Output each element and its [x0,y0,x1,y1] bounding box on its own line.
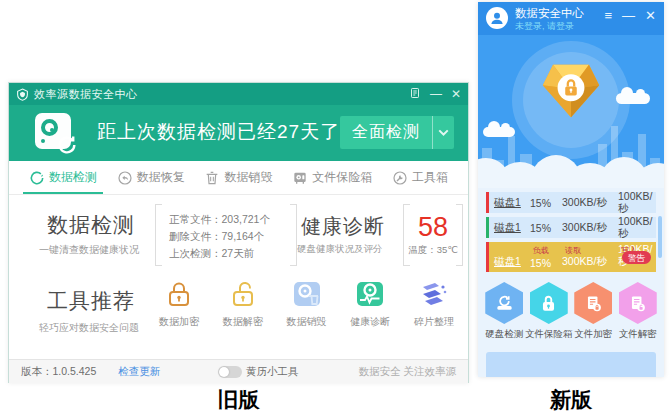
disk-name: 磁盘1 [494,255,530,269]
check-update-link[interactable]: 检查更新 [118,365,160,379]
tools-section-subtitle: 轻巧应对数据安全问题 [39,321,139,335]
old-version-window: 效率源数据安全中心 — ✕ 距上次数据检测已经27天了 全面 [8,82,469,383]
tab-label: 文件保险箱 [312,169,372,186]
full-scan-button[interactable]: 全面检测 [340,116,454,149]
disk-load: 15% [530,222,562,234]
scrollbar-thumb[interactable] [658,216,662,258]
app-shield-icon [16,88,29,101]
disk-refresh-icon [485,282,523,324]
new-window-title: 数据安全中心 [515,6,584,21]
tab-data-recover[interactable]: 数据恢复 [113,161,189,194]
cloud-band [478,148,664,188]
undo-circle-icon [117,170,133,186]
health-score-value: 58 [418,213,448,241]
tool-label: 文件保险箱 [525,328,573,341]
tab-data-destroy[interactable]: 数据销毁 [200,161,276,194]
tool-data-destroy[interactable]: 数据销毁 [287,279,327,329]
new-titlebar: 数据安全中心 未登录, 请登录 ≡ — ✕ [478,2,664,35]
disk-row[interactable]: 磁盘1 15% 300KB/秒 100KB/秒 [486,217,656,238]
tool-label: 数据解密 [223,315,263,329]
disk-scan-icon [35,113,75,153]
detection-section-title: 数据检测 [47,211,135,239]
disk-read-speed: 300KB/秒 [562,255,618,269]
tool-health-check[interactable]: 健康诊断 [350,279,390,329]
new-tools-row: 硬盘检测 文件保险箱 文件加密 文件解密 [478,282,664,341]
defrag-icon [419,279,449,309]
new-version-window: 数据安全中心 未登录, 请登录 ≡ — ✕ [478,2,664,377]
lock-icon [530,282,568,324]
trash-icon [204,170,220,186]
tab-file-safe[interactable]: 文件保险箱 [288,161,376,194]
old-titlebar: 效率源数据安全中心 — ✕ [9,83,468,105]
document-unlock-icon [619,282,657,324]
scan-circle-icon [29,170,45,186]
health-section-title: 健康诊断 [301,213,385,240]
close-icon[interactable]: ✕ [645,9,656,23]
lock-closed-icon [164,279,194,309]
wrench-circle-icon [392,170,408,186]
document-lock-icon [574,282,612,324]
stat-last-scan: 上次检测：27天前 [169,245,283,262]
tab-toolbox[interactable]: 工具箱 [388,161,452,194]
tool-label: 文件加密 [574,328,612,341]
disk-name: 磁盘1 [494,221,530,235]
disk-trash-icon [292,279,322,309]
disk-row-warning[interactable]: 负载 读取 写入 磁盘1 15% 300KB/秒 100KB/秒 警告 [486,242,656,272]
disk-read-speed: 300KB/秒 [562,196,618,210]
read-column-label: 读取 [565,245,621,256]
login-status-link[interactable]: 未登录, 请登录 [515,20,574,33]
disk-name: 磁盘1 [494,196,530,210]
tool-label: 碎片整理 [414,315,454,329]
tool-label: 健康诊断 [350,315,390,329]
close-icon[interactable]: ✕ [451,88,461,100]
caption-new-version: 新版 [478,386,664,412]
footer-slogan: 数据安全 关注效率源 [359,365,456,379]
cloud-icon [616,93,650,104]
version-text: 版本：1.0.5.425 [21,365,96,379]
disk-write-speed: 100KB/秒 [618,190,656,216]
new-window-controls: ≡ — ✕ [605,9,657,23]
calendar-toggle[interactable] [218,366,242,378]
stat-deleted-files: 删除文件：79,164个 [169,228,283,245]
old-tab-bar: 数据检测 数据恢复 数据销毁 文件保险箱 [9,161,468,195]
load-column-label: 负载 [533,245,565,256]
scan-dropdown-toggle[interactable] [432,116,454,149]
tool-label: 文件解密 [619,328,657,341]
tool-data-encrypt[interactable]: 数据加密 [159,279,199,329]
safe-box-icon [292,170,308,186]
minimize-icon[interactable]: — [430,88,442,100]
tool-file-encrypt[interactable]: 文件加密 [572,282,614,341]
caption-old-version: 旧版 [8,386,469,412]
hamburger-menu-icon[interactable]: ≡ [605,9,613,23]
disk-write-speed: 100KB/秒 [618,215,656,241]
tool-data-decrypt[interactable]: 数据解密 [223,279,263,329]
chevron-down-icon [439,126,449,136]
toggle-knob [219,367,229,377]
recommended-tools-row: 数据加密 数据解密 数据销毁 [159,279,454,329]
tab-data-detect[interactable]: 数据检测 [25,161,101,194]
disk-temperature: 温度：35℃ [408,244,458,257]
tool-file-safe[interactable]: 文件保险箱 [528,282,570,341]
tool-file-decrypt[interactable]: 文件解密 [617,282,659,341]
comparison-canvas: 效率源数据安全中心 — ✕ 距上次数据检测已经27天了 全面 [0,0,670,412]
menu-icon[interactable] [409,87,421,101]
minimize-icon[interactable]: — [622,9,635,23]
user-avatar[interactable] [486,7,508,29]
health-section-subtitle: 硬盘健康状况及评分 [297,243,383,256]
health-score-panel: 58 温度：35℃ [403,204,463,266]
tab-label: 数据销毁 [224,169,272,186]
warning-badge: 警告 [622,251,651,264]
disk-read-speed: 300KB/秒 [562,221,618,235]
sky-hero-section [478,35,664,188]
disk-health-icon [355,279,385,309]
cloud-icon [483,127,515,137]
tool-disk-detect[interactable]: 硬盘检测 [483,282,525,341]
bottom-banner-panel [486,352,656,377]
disk-row[interactable]: 磁盘1 15% 300KB/秒 100KB/秒 [486,192,656,213]
detection-stats-panel: 正常文件：203,721个 删除文件：79,164个 上次检测：27天前 [155,204,297,266]
lock-open-icon [228,279,258,309]
tools-section-title: 工具推荐 [47,287,135,315]
tool-label: 硬盘检测 [485,328,523,341]
tab-label: 数据检测 [49,169,97,186]
tool-defrag[interactable]: 碎片整理 [414,279,454,329]
